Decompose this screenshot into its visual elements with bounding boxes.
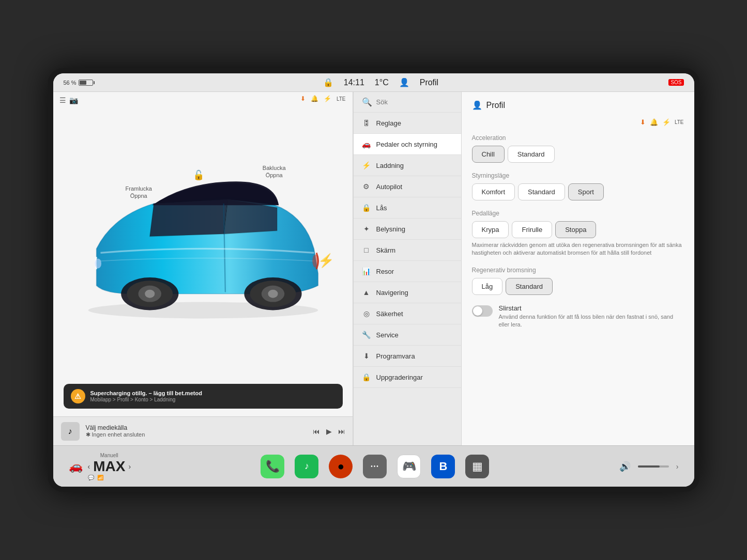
comm-icons: 💬 📶 (88, 475, 131, 480)
taskbar: 🚗 Manuell ‹ MAX › 💬 📶 📞 (53, 445, 694, 487)
phone-app-icon[interactable]: 📞 (261, 455, 284, 478)
clock: 14:11 (344, 78, 364, 87)
prev-button[interactable]: ⏮ (313, 427, 320, 435)
sidebar-item-autopilot[interactable]: ⚙ Autopilot (354, 176, 461, 197)
sidebar-item-programvara[interactable]: ⬇ Programvara (354, 346, 461, 367)
sidebar-item-service[interactable]: 🔧 Service (354, 324, 461, 346)
sidebar-item-las[interactable]: 🔒 Lås (354, 197, 461, 219)
skarm-icon: □ (362, 246, 371, 254)
acceleration-standard-button[interactable]: Standard (508, 146, 555, 163)
sidebar-item-pedaler[interactable]: 🚗 Pedaler och styrning (354, 134, 461, 155)
car-icon-taskbar[interactable]: 🚗 (69, 460, 83, 473)
notification-text: Supercharging otillg. – lägg till bet.me… (90, 390, 202, 402)
reglage-icon: 🎛 (362, 119, 371, 127)
regen-standard-button[interactable]: Standard (506, 278, 553, 295)
gear-prev-button[interactable]: ‹ (88, 462, 90, 471)
status-center: 🔒 14:11 1°C 👤 Profil (323, 77, 438, 87)
acceleration-chill-button[interactable]: Chill (472, 146, 505, 163)
spotify-app-icon[interactable]: ♪ (295, 455, 318, 478)
slirstart-description: Använd denna funktion för att få loss bi… (499, 313, 684, 329)
slirstart-toggle[interactable] (472, 305, 493, 317)
camera-icon: ● (338, 460, 344, 473)
sidebar-item-reglage[interactable]: 🎛 Reglage (354, 113, 461, 134)
pedallage-buttons: Krypa Frirulle Stoppa (472, 221, 684, 238)
screen-inner: 56 % 🔒 14:11 1°C 👤 Profil SOS (53, 73, 694, 487)
sidebar-item-sakerhet[interactable]: ◎ Säkerhet (354, 303, 461, 324)
svg-text:⚡: ⚡ (318, 253, 334, 269)
reglage-label: Reglage (376, 119, 401, 127)
bell-icon: 🔔 (311, 95, 318, 102)
styrning-sport-button[interactable]: Sport (568, 183, 604, 200)
sidebar-item-navigering[interactable]: ▲ Navigering (354, 282, 461, 303)
dots-app-icon[interactable]: ••• (363, 455, 387, 478)
sidebar-item-resor[interactable]: 📊 Resor (354, 261, 461, 282)
bluetooth-app-icon[interactable]: B (431, 455, 455, 478)
bluetooth-status-icon: ⚡ (662, 118, 670, 126)
games-app-icon[interactable]: 🎮 (397, 455, 421, 478)
car-view: FramluckaÖppna BakluckaÖppna 🔓 (53, 102, 353, 379)
notification-subtitle: Mobilapp > Profil > Konto > Laddning (90, 397, 202, 402)
lock-symbol-car: 🔓 (193, 169, 204, 181)
slirstart-section: Slirstart Använd denna funktion för att … (472, 304, 684, 329)
media-title: Välj mediekälla (86, 424, 307, 431)
regen-lag-button[interactable]: Låg (472, 278, 503, 295)
next-button[interactable]: ⏭ (338, 427, 345, 435)
grid-app-icon[interactable]: ▦ (465, 455, 489, 478)
status-icons-row: ⬇ 🔔 ⚡ LTE (472, 118, 684, 126)
regenerativ-section: Regenerativ bromsning Låg Standard (472, 267, 684, 295)
navigering-icon: ▲ (362, 288, 371, 297)
programvara-icon: ⬇ (362, 352, 371, 360)
laddning-icon: ⚡ (362, 161, 371, 169)
volume-bar[interactable] (638, 465, 669, 468)
notification-title: Supercharging otillg. – lägg till bet.me… (90, 390, 202, 396)
chevron-right-icon: › (676, 462, 679, 471)
acceleration-label: Acceleration (472, 134, 684, 142)
autopilot-label: Autopilot (376, 183, 403, 191)
volume-fill (638, 465, 660, 468)
styrning-komfort-button[interactable]: Komfort (472, 183, 515, 200)
status-right: SOS (668, 79, 683, 86)
top-status-icons: ⬇ 🔔 ⚡ LTE (53, 92, 353, 102)
screen-outer: 56 % 🔒 14:11 1°C 👤 Profil SOS (48, 68, 699, 492)
uppgraderingar-label: Uppgraderingar (376, 374, 423, 381)
gear-arrows: ‹ MAX › (88, 458, 131, 475)
navigering-label: Navigering (376, 289, 408, 297)
service-label: Service (376, 331, 399, 339)
svg-point-9 (268, 290, 278, 298)
bell-status-icon: 🔔 (650, 118, 658, 126)
play-button[interactable]: ▶ (326, 427, 332, 435)
status-bar: 56 % 🔒 14:11 1°C 👤 Profil SOS (53, 73, 694, 92)
sidebar-item-laddning[interactable]: ⚡ Laddning (354, 155, 461, 176)
sidebar-item-uppgraderingar[interactable]: 🔒 Uppgraderingar (354, 367, 461, 388)
acceleration-section: Acceleration Chill Standard (472, 134, 684, 163)
download-status-icon: ⬇ (640, 118, 646, 126)
sos-badge: SOS (668, 79, 683, 86)
sidebar-item-belysning[interactable]: ✦ Belysning (354, 219, 461, 240)
pedal-frirulle-button[interactable]: Frirulle (512, 221, 552, 238)
notification-banner[interactable]: ⚠ Supercharging otillg. – lägg till bet.… (64, 384, 343, 409)
profile-icon-settings: 👤 (472, 100, 482, 110)
camera-app-icon[interactable]: ● (329, 455, 353, 478)
warning-icon: ⚠ (71, 389, 85, 403)
profile-label: Profil (420, 78, 438, 87)
gear-next-button[interactable]: › (128, 462, 131, 471)
las-icon: 🔒 (362, 204, 371, 212)
styrningslage-section: Styrningsläge Komfort Standard Sport (472, 172, 684, 200)
message-icon: 💬 (88, 475, 94, 480)
sidebar-item-skarm[interactable]: □ Skärm (354, 240, 461, 261)
slirstart-text: Slirstart Använd denna funktion för att … (499, 304, 684, 329)
front-left-label: FramluckaÖppna (126, 185, 152, 200)
pedal-stoppa-button[interactable]: Stoppa (555, 221, 596, 238)
svg-point-5 (145, 290, 155, 298)
pedal-krypa-button[interactable]: Krypa (472, 221, 509, 238)
pedaler-icon: 🚗 (362, 140, 371, 148)
search-input[interactable] (376, 98, 462, 106)
battery-percent: 56 % (64, 80, 77, 86)
styrningslage-label: Styrningsläge (472, 172, 684, 179)
styrning-standard-button[interactable]: Standard (518, 183, 565, 200)
nav-menu: 🔍 🎛 Reglage 🚗 Pedaler och styrning ⚡ Lad… (353, 92, 462, 445)
taskbar-right: 🔊 › (619, 461, 679, 472)
panel-divider (353, 92, 353, 445)
search-icon: 🔍 (362, 97, 372, 107)
gear-mode-label: Manuell (88, 453, 131, 458)
